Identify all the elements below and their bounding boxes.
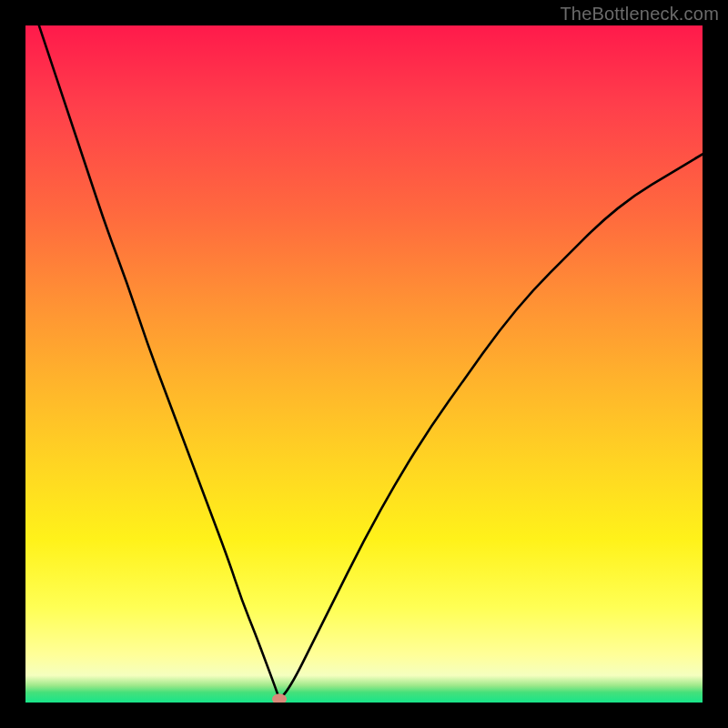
watermark-text: TheBottleneck.com [560,4,719,25]
chart-frame: TheBottleneck.com [0,0,728,728]
plot-background-gradient [25,25,703,703]
